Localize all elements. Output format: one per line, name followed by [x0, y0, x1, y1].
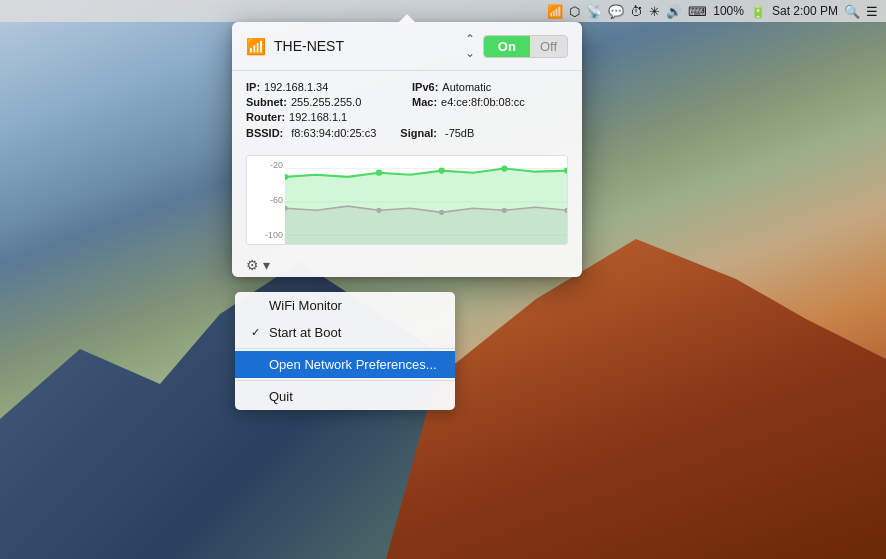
- gear-chevron: ▾: [263, 257, 270, 273]
- mac-row: Mac: e4:ce:8f:0b:08:cc: [412, 96, 568, 108]
- info-grid: IP: 192.168.1.34 IPv6: Automatic Subnet:…: [246, 81, 568, 123]
- chart-gray-fill: [285, 206, 567, 245]
- open-network-prefs-label: Open Network Preferences...: [269, 357, 437, 372]
- network-name: THE-NEST: [274, 38, 457, 54]
- subnet-value: 255.255.255.0: [291, 96, 361, 108]
- menu-item-start-at-boot[interactable]: ✓ Start at Boot: [235, 319, 455, 346]
- bssid-label: BSSID:: [246, 127, 283, 139]
- chart-label-bottom: -100: [249, 230, 283, 240]
- layers-icon[interactable]: ⬡: [569, 4, 580, 19]
- volume-icon[interactable]: 🔊: [666, 4, 682, 19]
- timemachine-icon[interactable]: ⏱: [630, 4, 643, 19]
- network-chevron[interactable]: ⌃⌄: [465, 32, 475, 60]
- start-at-boot-checkmark: ✓: [251, 326, 263, 339]
- ipv6-row: IPv6: Automatic: [412, 81, 568, 93]
- chart-gray-dot-4: [502, 208, 507, 213]
- quit-label: Quit: [269, 389, 293, 404]
- router-value: 192.168.1.1: [289, 111, 347, 123]
- bluetooth-icon[interactable]: ✳: [649, 4, 660, 19]
- router-label: Router:: [246, 111, 285, 123]
- wifi-monitor-label: WiFi Monitor: [269, 298, 342, 313]
- menubar: 📶 ⬡ 📡 💬 ⏱ ✳ 🔊 ⌨ 100% 🔋 Sat 2:00 PM 🔍 ☰: [0, 0, 886, 22]
- chart-label-mid: -60: [249, 195, 283, 205]
- network-info: IP: 192.168.1.34 IPv6: Automatic Subnet:…: [232, 71, 582, 149]
- ipv6-value: Automatic: [442, 81, 491, 93]
- message-icon[interactable]: 💬: [608, 4, 624, 19]
- ipv6-label: IPv6:: [412, 81, 438, 93]
- wifi-signal-icon: 📶: [246, 37, 266, 56]
- menubar-right: 📶 ⬡ 📡 💬 ⏱ ✳ 🔊 ⌨ 100% 🔋 Sat 2:00 PM 🔍 ☰: [547, 4, 878, 19]
- signal-label: Signal:: [400, 127, 437, 139]
- menu-separator-1: [235, 348, 455, 349]
- mac-label: Mac:: [412, 96, 437, 108]
- toggle-on-button[interactable]: On: [484, 36, 530, 57]
- wifi-icon[interactable]: 📡: [586, 4, 602, 19]
- chart-gray-dot-2: [376, 208, 381, 213]
- chart-y-labels: -20 -60 -100: [247, 156, 285, 244]
- gear-icon: ⚙: [246, 257, 259, 273]
- wifi-popup: 📶 THE-NEST ⌃⌄ On Off IP: 192.168.1.34 IP…: [232, 22, 582, 277]
- menu-item-open-network-prefs[interactable]: Open Network Preferences...: [235, 351, 455, 378]
- ip-value: 192.168.1.34: [264, 81, 328, 93]
- gear-area[interactable]: ⚙ ▾: [232, 251, 582, 277]
- search-icon[interactable]: 🔍: [844, 4, 860, 19]
- bssid-value: f8:63:94:d0:25:c3: [291, 127, 376, 139]
- signal-chart: -20 -60 -100: [246, 155, 568, 245]
- chart-svg: [285, 156, 567, 245]
- chart-gray-dot-3: [439, 210, 444, 215]
- battery-label: 100%: [713, 4, 744, 18]
- start-at-boot-label: Start at Boot: [269, 325, 341, 340]
- signal-value: -75dB: [445, 127, 474, 139]
- chart-label-top: -20: [249, 160, 283, 170]
- subnet-row: Subnet: 255.255.255.0: [246, 96, 402, 108]
- chart-dot-3: [439, 167, 445, 173]
- menu-item-wifi-monitor[interactable]: WiFi Monitor: [235, 292, 455, 319]
- keyboard-icon[interactable]: ⌨: [688, 4, 707, 19]
- wifi-toggle[interactable]: On Off: [483, 35, 568, 58]
- clock: Sat 2:00 PM: [772, 4, 838, 18]
- chart-dot-2: [376, 170, 382, 176]
- router-row: Router: 192.168.1.1: [246, 111, 402, 123]
- battery-icon: 🔋: [750, 4, 766, 19]
- mac-value: e4:ce:8f:0b:08:cc: [441, 96, 525, 108]
- chart-dot-4: [501, 165, 507, 171]
- bssid-row: BSSID: f8:63:94:d0:25:c3 Signal: -75dB: [246, 127, 568, 139]
- menu-separator-2: [235, 380, 455, 381]
- subnet-label: Subnet:: [246, 96, 287, 108]
- menu-item-quit[interactable]: Quit: [235, 383, 455, 410]
- toggle-off-button[interactable]: Off: [530, 36, 567, 57]
- menu-icon[interactable]: ☰: [866, 4, 878, 19]
- context-menu: WiFi Monitor ✓ Start at Boot Open Networ…: [235, 292, 455, 410]
- wifi-monitor-menubar-icon[interactable]: 📶: [547, 4, 563, 19]
- ip-label: IP:: [246, 81, 260, 93]
- popup-header: 📶 THE-NEST ⌃⌄ On Off: [232, 22, 582, 71]
- ip-row: IP: 192.168.1.34: [246, 81, 402, 93]
